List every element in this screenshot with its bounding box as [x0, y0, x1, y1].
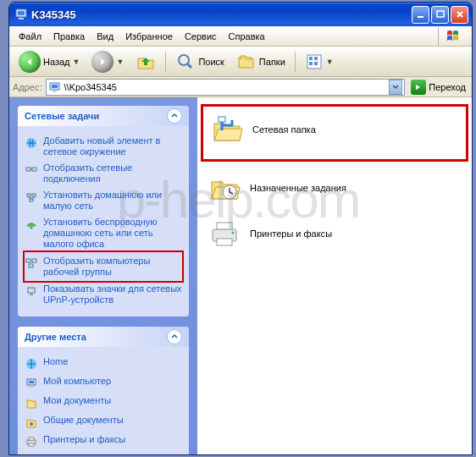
task-upnp-icons[interactable]: Показывать значки для сетевых UPnP-устро…: [25, 281, 182, 308]
place-shared-documents[interactable]: Общие документы: [25, 412, 182, 432]
svg-rect-16: [32, 168, 36, 171]
item-printers-faxes[interactable]: Принтеры и факсы: [204, 214, 465, 253]
svg-rect-19: [30, 199, 33, 201]
svg-rect-28: [29, 381, 34, 383]
menu-view[interactable]: Вид: [91, 30, 119, 43]
task-view-connections[interactable]: Отобразить сетевые подключения: [25, 160, 182, 187]
task-setup-wireless[interactable]: Установить беспроводную домашнюю сеть ил…: [25, 214, 182, 252]
network-folder-icon: [210, 113, 244, 146]
item-label: Принтеры и факсы: [250, 228, 332, 239]
svg-rect-15: [26, 168, 30, 171]
highlight-workgroup: Отобразить компьютеры рабочей группы: [23, 251, 184, 283]
menu-edit[interactable]: Правка: [47, 30, 91, 43]
folders-icon: [236, 52, 257, 72]
svg-rect-12: [52, 85, 58, 88]
svg-rect-17: [27, 194, 30, 196]
views-button[interactable]: ▼: [301, 50, 338, 74]
windows-logo-icon: [438, 27, 468, 46]
maximize-button[interactable]: [431, 6, 449, 24]
separator: [165, 52, 166, 72]
up-button[interactable]: [131, 49, 160, 74]
svg-rect-4: [437, 11, 444, 17]
search-icon: [175, 52, 196, 72]
task-setup-home-network[interactable]: Установить домашнюю или малую сеть: [25, 187, 182, 214]
place-home[interactable]: Home: [25, 354, 182, 373]
item-network-folder[interactable]: Сетевая папка: [207, 110, 462, 149]
svg-rect-29: [29, 386, 34, 388]
svg-rect-10: [314, 62, 318, 65]
panel-header[interactable]: Другие места: [18, 327, 189, 347]
go-button[interactable]: Переход: [408, 79, 468, 96]
scheduled-tasks-icon: [208, 172, 241, 204]
menu-help[interactable]: Справка: [223, 30, 271, 43]
folders-button[interactable]: Папки: [232, 49, 290, 74]
menu-tools[interactable]: Сервис: [179, 30, 223, 43]
svg-rect-38: [217, 239, 232, 245]
forward-button[interactable]: ▼: [87, 48, 128, 75]
svg-rect-32: [29, 438, 34, 440]
back-icon: [19, 51, 41, 73]
chevron-down-icon: ▼: [116, 58, 124, 66]
address-input[interactable]: \\Kpo345345: [46, 79, 406, 96]
documents-icon: [25, 396, 38, 410]
shared-folder-icon: [25, 416, 38, 429]
computer-icon: [25, 377, 38, 390]
svg-rect-2: [19, 18, 24, 19]
separator: [295, 52, 296, 72]
address-bar: Адрес: \\Kpo345345 Переход: [9, 77, 472, 97]
svg-rect-13: [53, 91, 57, 92]
views-icon: [305, 52, 324, 71]
collapse-icon: [167, 108, 182, 124]
svg-rect-7: [309, 57, 313, 60]
svg-rect-8: [314, 57, 318, 60]
place-my-documents[interactable]: Мои документы: [25, 393, 182, 412]
wireless-icon: [25, 217, 38, 231]
menu-file[interactable]: Файл: [13, 30, 47, 43]
menubar: Файл Правка Вид Избранное Сервис Справка: [9, 26, 472, 47]
task-view-workgroup[interactable]: Отобразить компьютеры рабочей группы: [25, 253, 182, 280]
item-scheduled-tasks[interactable]: Назначенные задания: [204, 168, 465, 207]
computer-icon: [48, 80, 62, 94]
task-add-network-place[interactable]: Добавить новый элемент в сетевое окружен…: [25, 133, 182, 160]
explorer-window: K345345 Файл Правка Вид Избранное Сервис…: [8, 2, 473, 455]
network-place-icon: [25, 136, 38, 150]
address-value: \\Kpo345345: [64, 82, 390, 92]
network-tasks-panel: Сетевые задачи Добавить новый элемент в …: [18, 106, 189, 317]
content-area: Сетевые задачи Добавить новый элемент в …: [9, 97, 472, 454]
svg-rect-34: [219, 117, 225, 122]
svg-point-30: [30, 422, 33, 426]
close-button[interactable]: [451, 6, 468, 24]
item-label: Сетевая папка: [252, 124, 316, 135]
menu-favorites[interactable]: Избранное: [119, 30, 179, 43]
chevron-down-icon: ▼: [326, 58, 334, 66]
svg-rect-18: [32, 194, 36, 196]
forward-icon: [91, 51, 113, 73]
sidebar: Сетевые задачи Добавить новый элемент в …: [9, 97, 197, 454]
back-button[interactable]: Назад ▼: [14, 48, 84, 75]
collapse-icon: [167, 329, 182, 344]
highlight-network-folder: Сетевая папка: [201, 104, 468, 162]
minimize-button[interactable]: [412, 6, 429, 24]
svg-rect-9: [309, 62, 313, 65]
connections-icon: [25, 163, 38, 177]
place-printers[interactable]: Принтеры и факсы: [25, 432, 182, 451]
svg-rect-25: [30, 294, 33, 295]
place-my-computer[interactable]: Мой компьютер: [25, 373, 182, 393]
address-dropdown-button[interactable]: [389, 80, 402, 95]
window-title: K345345: [31, 8, 410, 21]
folder-up-icon: [136, 52, 156, 72]
home-network-icon: [25, 190, 38, 204]
search-button[interactable]: Поиск: [171, 49, 228, 74]
toolbar: Назад ▼ ▼ Поиск Папки ▼: [9, 47, 472, 77]
printers-folder-icon: [208, 217, 241, 250]
svg-rect-21: [26, 259, 30, 262]
computer-icon: [14, 8, 28, 21]
other-places-panel: Другие места Home Мой компьютер Мои доку…: [18, 327, 189, 454]
network-icon: [25, 357, 38, 371]
item-label: Назначенные задания: [250, 183, 346, 193]
titlebar[interactable]: K345345: [9, 3, 472, 26]
address-label: Адрес:: [13, 82, 42, 92]
svg-rect-37: [217, 223, 232, 229]
main-view[interactable]: Сетевая папка Назначенные задания Принте…: [197, 97, 472, 454]
panel-header[interactable]: Сетевые задачи: [18, 106, 189, 126]
